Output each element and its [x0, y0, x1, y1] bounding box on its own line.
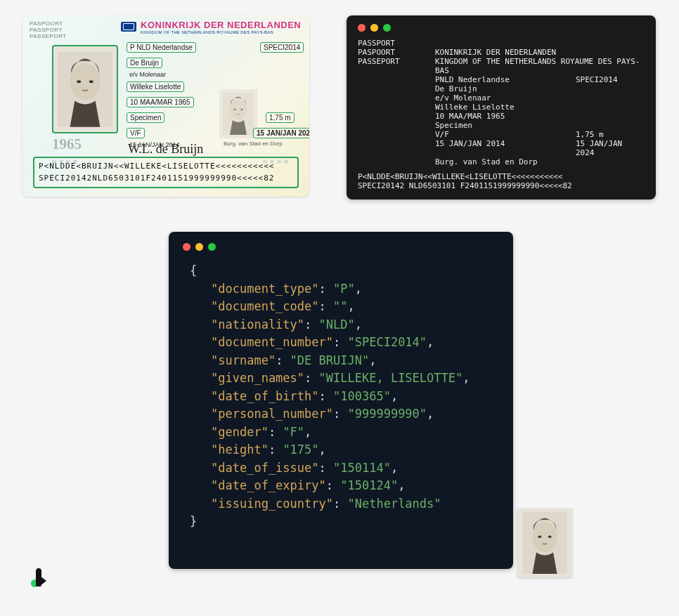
- json-line-personal_number: "personal_number": "999999990",: [190, 405, 492, 424]
- json-line-issuing_country: "issuing_country": "Netherlands": [190, 495, 492, 513]
- field-height: 1,75 m: [266, 112, 295, 123]
- json-line-document_number: "document_number": "SPECI2014",: [190, 334, 492, 352]
- terminal-mrz-2: SPECI20142 NLD6503101 F2401151999999990<…: [358, 181, 645, 190]
- nld-flag-icon: [121, 22, 136, 32]
- json-line-gender: "gender": "F",: [190, 424, 492, 442]
- terminal-window-controls: [183, 243, 499, 251]
- terminal-window-controls: [358, 24, 645, 32]
- json-line-surname: "surname": "DE BRUIJN",: [190, 352, 492, 370]
- brand-logo: [31, 568, 46, 586]
- field-authority: Burg. van Stad en Dorp: [224, 140, 283, 147]
- maximize-icon[interactable]: [383, 24, 391, 32]
- close-icon[interactable]: [183, 243, 190, 251]
- passport-title: KONINKRIJK DER NEDERLANDEN: [141, 20, 301, 30]
- terminal-content: PASSPORT PASPOORTKONINKRIJK DER NEDERLAN…: [358, 39, 645, 190]
- extracted-photo: [517, 509, 572, 577]
- minimize-icon[interactable]: [195, 243, 203, 251]
- terminal-ocr-output: PASSPORT PASPOORTKONINKRIJK DER NEDERLAN…: [347, 15, 656, 199]
- field-gender: V/F: [127, 128, 145, 138]
- passport-card: PASPOORT PASSPORT PASSEPORT KONINKRIJK D…: [22, 15, 309, 197]
- json-content: { "document_type": "P","document_code": …: [183, 258, 499, 535]
- field-surname-partner: e/v Molenaar: [127, 70, 169, 79]
- json-line-date_of_issue: "date_of_issue": "150114",: [190, 459, 492, 478]
- terminal-json-output: { "document_type": "P","document_code": …: [169, 232, 513, 569]
- json-line-date_of_expiry: "date_of_expiry": "150124",: [190, 477, 492, 495]
- json-line-date_of_birth: "date_of_birth": "100365",: [190, 388, 492, 406]
- mrz-line-2: SPECI20142NLD6503101F2401151999999990<<<…: [39, 173, 293, 185]
- maximize-icon[interactable]: [208, 243, 216, 251]
- json-line-document_type: "document_type": "P",: [190, 280, 492, 299]
- field-specimen: Specimen: [127, 112, 164, 123]
- minimize-icon[interactable]: [370, 24, 378, 32]
- json-line-given_names: "given_names": "WILLEKE, LISELOTTE",: [190, 369, 492, 388]
- field-date-of-expiry: 15 JAN/JAN 2024: [253, 128, 309, 138]
- mrz-line-1: P<NLDDE<BRUIJN<<WILLEKE<LISELOTTE<<<<<<<…: [39, 161, 293, 173]
- terminal-mrz-1: P<NLDDE<BRUIJN<<WILLEKE<LISELOTTE<<<<<<<…: [358, 172, 645, 181]
- field-given-names: Willeke Liselotte: [127, 81, 184, 92]
- field-document-number: SPECI2014: [260, 42, 304, 53]
- passport-year-watermark: 1965: [52, 136, 82, 153]
- passport-signature: W.L. de Bruijn: [128, 142, 203, 157]
- passport-subtitle: KINGDOM OF THE NETHERLANDS ROYAUME DES P…: [141, 30, 273, 34]
- field-surname: De Bruijn: [127, 58, 162, 68]
- passport-mrz: P<NLDDE<BRUIJN<<WILLEKE<LISELOTTE<<<<<<<…: [33, 157, 299, 188]
- close-icon[interactable]: [358, 24, 366, 32]
- json-line-height: "height": "175",: [190, 441, 492, 459]
- json-line-document_code: "document_code": "",: [190, 298, 492, 316]
- field-type-nationality: P NLD Nederlandse: [127, 42, 196, 53]
- field-date-of-birth: 10 MAA/MAR 1965: [127, 97, 194, 107]
- passport-corner-labels: PASPOORT PASSPORT PASSEPORT: [30, 21, 67, 39]
- json-line-nationality: "nationality": "NLD",: [190, 316, 492, 334]
- passport-photo-small: [219, 89, 257, 138]
- passport-photo: [52, 45, 118, 133]
